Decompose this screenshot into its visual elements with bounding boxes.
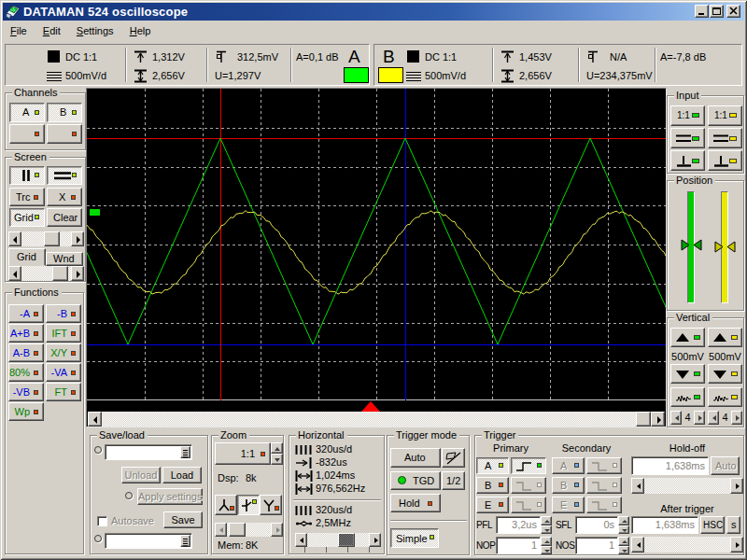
vertical-b-fine-button[interactable] xyxy=(708,387,742,407)
tab-wnd[interactable]: Wnd xyxy=(46,252,83,266)
grid-scrollbar-left-arrow-icon[interactable] xyxy=(8,231,21,246)
trigger-primary-e-button[interactable]: E xyxy=(476,497,509,513)
trigger-secondary-b-edge-button[interactable] xyxy=(586,477,622,494)
channel-a-ground-marker[interactable] xyxy=(90,209,100,216)
trigger-primary-a-edge-button[interactable] xyxy=(511,457,546,474)
function-button-vb[interactable]: -VB xyxy=(8,383,44,401)
channel-a-option-button[interactable] xyxy=(9,124,45,144)
nos-spin-down-icon[interactable] xyxy=(618,546,629,555)
function-button-xy[interactable]: X/Y xyxy=(46,343,81,362)
tab-grid[interactable]: Grid xyxy=(8,248,46,266)
nop-spin-down-icon[interactable] xyxy=(541,546,552,555)
horizontal-slider[interactable] xyxy=(295,533,381,547)
vertical-b-spin-left-icon[interactable] xyxy=(708,411,719,425)
after-trigger-scrollbar[interactable] xyxy=(631,537,743,553)
zoom-spinner[interactable] xyxy=(271,442,283,465)
sfl-spin-up-icon[interactable] xyxy=(618,516,629,525)
zoom-scrollbar-thumb[interactable] xyxy=(229,523,246,537)
trigger-secondary-a-edge-button[interactable] xyxy=(586,457,622,474)
save-button[interactable]: Save xyxy=(163,511,203,528)
trigger-primary-b-edge-button[interactable] xyxy=(511,477,546,494)
position-b-slider-handle[interactable] xyxy=(714,241,736,253)
wnd-scrollbar-right-arrow-icon[interactable] xyxy=(71,266,84,281)
input-b-coupling-button[interactable] xyxy=(708,128,742,148)
save-file-input[interactable] xyxy=(105,533,192,549)
wnd-scrollbar-thumb[interactable] xyxy=(52,266,68,281)
scope-plot-area[interactable] xyxy=(87,89,666,400)
after-trigger-scrollbar-track[interactable] xyxy=(631,537,743,553)
nos-input[interactable]: 1 xyxy=(575,537,618,554)
scope-h-scrollbar-thumb[interactable] xyxy=(636,412,651,427)
zoom-left-anchor-button[interactable] xyxy=(215,495,237,515)
vertical-a-spin-left-icon[interactable] xyxy=(670,411,682,425)
position-a-slider-handle[interactable] xyxy=(681,239,702,251)
function-button-80[interactable]: 80% xyxy=(8,363,44,382)
lines-display-button[interactable] xyxy=(47,166,82,185)
after-trigger-scrollbar-left-arrow-icon[interactable] xyxy=(631,537,644,553)
zoom-scrollbar-left-arrow-icon[interactable] xyxy=(215,523,227,537)
load-file-input[interactable] xyxy=(105,444,192,460)
pfl-spin-up-icon[interactable] xyxy=(541,516,552,525)
input-a-ground-button[interactable] xyxy=(670,150,705,171)
sfl-spin-down-icon[interactable] xyxy=(618,525,629,535)
nos-spinner[interactable] xyxy=(618,537,629,554)
wnd-scrollbar-left-arrow-icon[interactable] xyxy=(8,266,21,281)
nos-spin-up-icon[interactable] xyxy=(618,537,629,546)
maximize-button[interactable] xyxy=(710,5,724,18)
zoom-scrollbar[interactable] xyxy=(215,523,283,537)
trigger-secondary-e-edge-button[interactable] xyxy=(586,497,622,513)
holdoff-scrollbar-left-arrow-icon[interactable] xyxy=(631,478,644,494)
hsc-button[interactable]: HSC xyxy=(700,516,725,534)
vertical-a-spin-right-icon[interactable] xyxy=(694,411,705,425)
zoom-scrollbar-right-arrow-icon[interactable] xyxy=(271,523,283,537)
function-button-a[interactable]: -A xyxy=(8,304,44,323)
menu-edit[interactable]: Edit xyxy=(36,21,67,39)
grid-scrollbar-thumb[interactable] xyxy=(44,231,60,246)
input-b-ratio-button[interactable]: 1:1 xyxy=(708,105,742,126)
hold-button[interactable]: Hold xyxy=(390,494,441,512)
clear-button[interactable]: Clear xyxy=(47,208,82,227)
after-trigger-input[interactable]: 1,638ms xyxy=(631,516,698,534)
trigger-primary-e-edge-button[interactable] xyxy=(511,497,546,513)
sfl-input[interactable]: 0s xyxy=(575,516,618,534)
sfl-spinner[interactable] xyxy=(618,516,629,534)
apply-settings-button[interactable]: Apply settings xyxy=(137,488,203,505)
trigger-primary-b-button[interactable]: B xyxy=(476,477,509,494)
nop-spin-up-icon[interactable] xyxy=(541,537,552,546)
vertical-a-spinner[interactable]: 4 xyxy=(670,411,705,425)
wnd-scrollbar[interactable] xyxy=(8,266,84,281)
zoom-ratio-button[interactable]: 1:1 xyxy=(215,442,271,465)
load-file-menu-button[interactable] xyxy=(180,446,190,458)
vertical-b-down-button[interactable] xyxy=(708,364,742,384)
vertical-a-down-button[interactable] xyxy=(670,364,705,384)
input-a-ratio-button[interactable]: 1:1 xyxy=(670,105,705,126)
menu-help[interactable]: Help xyxy=(123,21,158,39)
vertical-a-up-button[interactable] xyxy=(670,328,705,347)
trigger-flag-button[interactable] xyxy=(442,448,465,468)
menu-settings[interactable]: Settings xyxy=(70,21,120,39)
vertical-a-fine-button[interactable] xyxy=(670,387,705,407)
holdoff-scrollbar-right-arrow-icon[interactable] xyxy=(730,478,743,494)
function-button-b[interactable]: -B xyxy=(46,304,81,323)
channel-a-enable-button[interactable]: A xyxy=(9,103,45,122)
menu-file[interactable]: File xyxy=(4,21,34,39)
pfl-spin-down-icon[interactable] xyxy=(541,525,552,535)
autosave-checkbox[interactable] xyxy=(97,516,107,526)
trigger-primary-a-button[interactable]: A xyxy=(476,457,509,474)
trigger-auto-button[interactable]: Auto xyxy=(390,448,441,468)
zoom-spin-up-icon[interactable] xyxy=(271,442,283,454)
horizontal-slider-right-arrow-icon[interactable] xyxy=(369,533,381,547)
after-trigger-scrollbar-right-arrow-icon[interactable] xyxy=(730,537,743,553)
nop-input[interactable]: 1 xyxy=(496,537,541,554)
horizontal-slider-thumb[interactable] xyxy=(338,533,355,547)
grid-button[interactable]: Grid xyxy=(9,208,45,227)
pfl-input[interactable]: 3,2us xyxy=(496,516,541,534)
trigger-secondary-e-button[interactable]: E xyxy=(552,497,585,513)
grid-scrollbar[interactable] xyxy=(8,231,84,246)
channel-b-option-button[interactable] xyxy=(47,124,82,144)
holdoff-scrollbar[interactable] xyxy=(631,478,743,494)
vertical-b-spinner[interactable]: 4 xyxy=(708,411,742,425)
trigger-secondary-a-button[interactable]: A xyxy=(552,457,585,474)
grid-scrollbar-right-arrow-icon[interactable] xyxy=(71,231,84,246)
close-button[interactable] xyxy=(726,5,740,18)
